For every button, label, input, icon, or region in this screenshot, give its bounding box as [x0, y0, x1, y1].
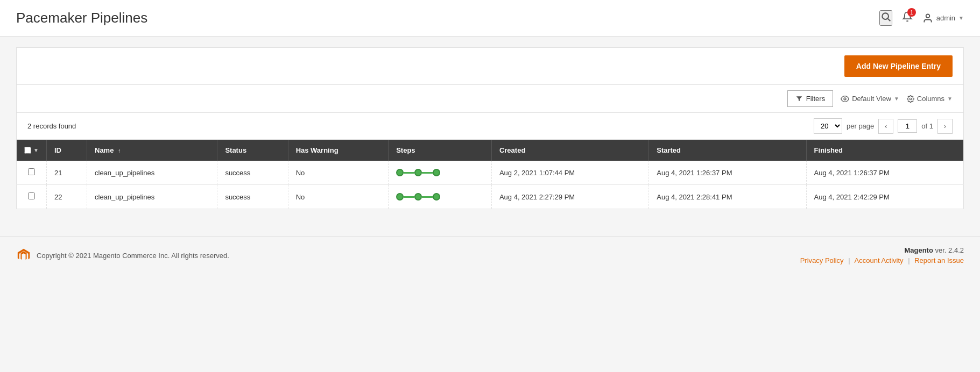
- row-checkbox-cell: [17, 161, 47, 185]
- row-has-warning: No: [288, 161, 389, 185]
- row-created: Aug 2, 2021 1:07:44 PM: [491, 161, 648, 185]
- th-checkbox: ▼: [17, 140, 47, 161]
- step-line: [422, 172, 433, 174]
- row-steps: [389, 185, 492, 209]
- svg-point-0: [882, 13, 889, 19]
- row-has-warning: No: [288, 185, 389, 209]
- select-all-dropdown-arrow[interactable]: ▼: [33, 147, 39, 153]
- step-dot: [414, 193, 422, 201]
- privacy-policy-link[interactable]: Privacy Policy: [800, 256, 844, 264]
- row-started: Aug 4, 2021 2:28:41 PM: [649, 185, 806, 209]
- columns-dropdown-arrow: ▼: [947, 96, 953, 102]
- row-checkbox[interactable]: [28, 192, 35, 199]
- step-dot: [433, 193, 440, 201]
- th-created[interactable]: Created: [491, 140, 648, 161]
- pagination: 20 30 50 per page ‹ of 1 ›: [814, 118, 953, 134]
- page-of: of 1: [921, 122, 933, 130]
- admin-dropdown-arrow: ▼: [958, 15, 964, 21]
- th-finished[interactable]: Finished: [806, 140, 963, 161]
- name-sort-icon: ↑: [118, 147, 121, 154]
- table-row: 21clean_up_pipelinessuccessNoAug 2, 2021…: [17, 161, 964, 185]
- grid-controls: Filters Default View ▼ Columns ▼: [16, 85, 964, 113]
- user-icon: [922, 13, 933, 24]
- th-started[interactable]: Started: [649, 140, 806, 161]
- columns-button[interactable]: Columns ▼: [907, 95, 953, 103]
- footer-version-info: Magento ver. 2.4.2: [800, 246, 964, 254]
- step-line: [404, 196, 414, 198]
- page-number-input[interactable]: [898, 119, 917, 133]
- data-table: ▼ ID Name ↑ Status Has Warning Steps Cre…: [16, 140, 964, 209]
- account-activity-link[interactable]: Account Activity: [855, 256, 904, 264]
- eye-icon: [841, 95, 849, 103]
- filter-icon: [795, 95, 803, 103]
- svg-line-1: [887, 19, 890, 22]
- row-finished: Aug 4, 2021 2:42:29 PM: [806, 185, 963, 209]
- notifications-button[interactable]: 1: [902, 11, 913, 25]
- step-dot: [414, 169, 422, 176]
- search-icon: [880, 11, 891, 22]
- next-page-button[interactable]: ›: [937, 119, 953, 134]
- th-status[interactable]: Status: [217, 140, 288, 161]
- th-has-warning[interactable]: Has Warning: [288, 140, 389, 161]
- row-checkbox[interactable]: [28, 168, 35, 175]
- row-checkbox-cell: [17, 185, 47, 209]
- row-steps: [389, 161, 492, 185]
- svg-point-3: [844, 98, 846, 100]
- row-id: 22: [46, 185, 87, 209]
- gear-icon: [907, 95, 914, 103]
- step-line: [422, 196, 433, 198]
- records-row: 2 records found 20 30 50 per page ‹ of 1…: [16, 113, 964, 140]
- records-count: 2 records found: [27, 122, 76, 130]
- row-status: success: [217, 161, 288, 185]
- footer-links: Privacy Policy | Account Activity | Repo…: [800, 256, 964, 264]
- filters-button[interactable]: Filters: [787, 90, 833, 107]
- row-id: 21: [46, 161, 87, 185]
- search-button[interactable]: [879, 10, 892, 26]
- prev-page-button[interactable]: ‹: [878, 119, 893, 134]
- svg-point-2: [926, 14, 929, 18]
- steps-visual: [396, 193, 484, 201]
- select-all-checkbox[interactable]: [24, 147, 31, 154]
- notification-badge: 1: [907, 8, 916, 17]
- step-line: [404, 172, 414, 174]
- admin-menu[interactable]: admin ▼: [922, 13, 964, 24]
- table-row: 22clean_up_pipelinessuccessNoAug 4, 2021…: [17, 185, 964, 209]
- content-wrapper: Add New Pipeline Entry Filters Default V…: [0, 37, 980, 220]
- footer-copyright: Copyright © 2021 Magento Commerce Inc. A…: [16, 248, 229, 263]
- footer-version: ver. 2.4.2: [935, 246, 964, 254]
- step-dot: [396, 193, 404, 201]
- footer-right: Magento ver. 2.4.2 Privacy Policy | Acco…: [800, 246, 964, 264]
- page-header: Pacemaker Pipelines 1 admin ▼: [0, 0, 980, 37]
- view-button[interactable]: Default View ▼: [841, 95, 899, 103]
- magento-logo-icon: [16, 248, 31, 263]
- header-actions: 1 admin ▼: [879, 10, 964, 26]
- view-label: Default View: [852, 95, 891, 103]
- step-dot: [433, 169, 440, 176]
- report-issue-link[interactable]: Report an Issue: [914, 256, 964, 264]
- copyright-text: Copyright © 2021 Magento Commerce Inc. A…: [37, 252, 229, 260]
- footer-version-label: Magento: [904, 246, 933, 254]
- row-created: Aug 4, 2021 2:27:29 PM: [491, 185, 648, 209]
- th-steps[interactable]: Steps: [389, 140, 492, 161]
- toolbar-top: Add New Pipeline Entry: [16, 47, 964, 85]
- per-page-label: per page: [847, 122, 874, 130]
- svg-point-4: [910, 98, 912, 100]
- th-id[interactable]: ID: [46, 140, 87, 161]
- view-dropdown-arrow: ▼: [894, 96, 899, 102]
- per-page-select[interactable]: 20 30 50: [814, 118, 842, 134]
- admin-label: admin: [936, 14, 955, 22]
- page-title: Pacemaker Pipelines: [16, 10, 147, 26]
- row-started: Aug 4, 2021 1:26:37 PM: [649, 161, 806, 185]
- columns-label: Columns: [917, 95, 944, 103]
- row-finished: Aug 4, 2021 1:26:37 PM: [806, 161, 963, 185]
- footer-divider-2: |: [908, 256, 910, 264]
- table-header-row: ▼ ID Name ↑ Status Has Warning Steps Cre…: [17, 140, 964, 161]
- row-name[interactable]: clean_up_pipelines: [87, 161, 217, 185]
- th-name[interactable]: Name ↑: [87, 140, 217, 161]
- step-dot: [396, 169, 404, 176]
- page-footer: Copyright © 2021 Magento Commerce Inc. A…: [0, 236, 980, 274]
- steps-visual: [396, 169, 484, 176]
- add-pipeline-button[interactable]: Add New Pipeline Entry: [844, 55, 953, 77]
- row-status: success: [217, 185, 288, 209]
- row-name[interactable]: clean_up_pipelines: [87, 185, 217, 209]
